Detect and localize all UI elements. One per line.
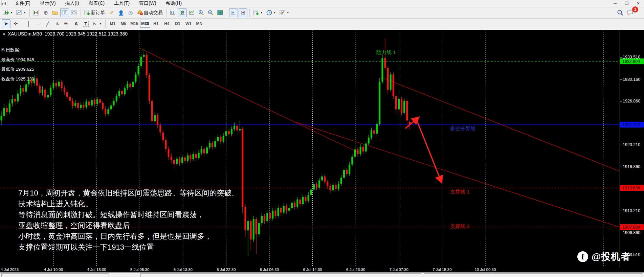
fibonacci-tool-button[interactable]: ☰F xyxy=(62,19,71,28)
price-tick-mark xyxy=(620,233,622,233)
search-button[interactable] xyxy=(616,8,625,17)
strategy-tester-button[interactable] xyxy=(70,8,79,17)
target-icon: ◎ xyxy=(128,10,133,16)
navigator-button[interactable]: ★ xyxy=(51,8,60,17)
facebook-icon: f xyxy=(577,251,588,262)
text-label-icon: T xyxy=(83,21,89,27)
menu-help[interactable]: 帮助(H) xyxy=(161,0,186,7)
timeframe-m30[interactable]: M30 xyxy=(140,20,150,28)
tile-windows-button[interactable] xyxy=(216,8,225,17)
chevron-down-icon: ▼ xyxy=(10,11,13,14)
trendline-tool-button[interactable]: ╱ xyxy=(43,19,52,28)
price-axis[interactable]: 1933.5101930.1601926.8601920.2101916.860… xyxy=(620,30,644,267)
new-order-label: 新订单 xyxy=(91,10,105,16)
drawing-toolbar: ➤ ✛ │ ─ ╱ ⫽E ☰F A T ⇱ ▼ M1 xyxy=(0,19,644,30)
timeframe-w1[interactable]: W1 xyxy=(183,20,194,28)
time-axis-label: 6 Jul 23:30 xyxy=(346,268,365,272)
text-tool-button[interactable]: A xyxy=(72,19,81,28)
auto-scroll-button[interactable] xyxy=(229,8,238,17)
time-axis-label: 4 Jul 18:00 xyxy=(87,268,106,272)
timeframe-h4[interactable]: H4 xyxy=(162,20,172,28)
collapse-triangle-icon[interactable]: ▼ xyxy=(2,32,6,36)
time-axis-label: 7 Jul 15:30 xyxy=(432,268,451,272)
timeframe-m5[interactable]: M5 xyxy=(118,20,129,28)
new-chart-button[interactable]: ▼ xyxy=(2,8,14,17)
zoom-in-icon xyxy=(198,10,204,16)
new-order-button[interactable]: 新订单 xyxy=(83,8,107,17)
text-label-tool-button[interactable]: T xyxy=(81,19,90,28)
vertical-line-tool-button[interactable]: │ xyxy=(24,19,33,28)
text-tool-icon: A xyxy=(73,21,79,27)
templates-button[interactable]: ▼ xyxy=(278,8,291,17)
menu-charts[interactable]: 图表(C) xyxy=(84,0,109,7)
timeframe-m15[interactable]: M15 xyxy=(129,20,139,28)
arrows-tool-button[interactable]: ⇱ ▼ xyxy=(91,19,103,28)
line-chart-button[interactable] xyxy=(187,8,196,17)
time-axis[interactable]: 4 Jul 20234 Jul 10:004 Jul 18:005 Jul 05… xyxy=(0,267,644,272)
crosshair-tool-button[interactable]: ✛ xyxy=(11,19,20,28)
autotrading-button[interactable]: 自动交易 xyxy=(136,8,164,17)
timeframe-mn[interactable]: MN xyxy=(194,20,204,28)
menu-insert[interactable]: 插入(I) xyxy=(61,0,84,7)
chart-title: ▼XAUUSDm,M30 1923.700 1923.945 1922.512 … xyxy=(2,31,128,37)
timeframe-h1[interactable]: H1 xyxy=(151,20,161,28)
tile-windows-icon xyxy=(217,10,223,16)
chart-shift-button[interactable] xyxy=(239,8,247,17)
notification-badge: 1 xyxy=(632,6,638,13)
minimize-button[interactable]: ─ xyxy=(609,0,621,7)
zoom-out-button[interactable] xyxy=(206,8,215,17)
auto-scroll-icon xyxy=(230,10,236,16)
menu-window[interactable]: 窗口(W) xyxy=(134,0,161,7)
toolbar-separator xyxy=(81,9,81,17)
info-line: 最低价 1909.625 xyxy=(1,68,34,71)
commentary-line: 技术结构上进入钝化。 xyxy=(18,199,239,209)
menu-file[interactable]: 文件(F) xyxy=(10,0,35,7)
templates-icon xyxy=(280,10,285,16)
profiles-button[interactable]: ▼ xyxy=(15,8,27,17)
data-window-button[interactable]: ⊕ xyxy=(41,8,50,17)
time-axis-label: 4 Jul 2023 xyxy=(1,268,19,272)
toolbar-separator xyxy=(166,9,166,17)
cursor-arrow-icon: ➤ xyxy=(3,21,9,27)
menu-tools[interactable]: 工具(T) xyxy=(109,0,134,7)
market-watch-button[interactable] xyxy=(32,8,41,17)
commentary-line: 等待消息面的刺激打破。短线操作暂时维持区间看震荡， xyxy=(18,209,239,220)
support-level-1-price-box: 1913.636 xyxy=(620,185,644,191)
restore-button[interactable]: ❐ xyxy=(621,0,632,7)
chart-canvas[interactable]: ▼XAUUSDm,M30 1923.700 1923.945 1922.512 … xyxy=(0,30,620,267)
resistance-level-price-box: 1932.904 xyxy=(620,59,644,64)
zoom-in-button[interactable] xyxy=(197,8,206,17)
equidistant-channel-icon: ⫽E xyxy=(54,21,60,27)
horizontal-line-icon: ─ xyxy=(36,21,41,27)
indicators-button[interactable]: ▼ xyxy=(252,8,264,17)
menu-view[interactable]: 显示(V) xyxy=(35,0,61,7)
candlestick-chart-button[interactable] xyxy=(178,8,187,17)
indicators-icon xyxy=(253,10,259,16)
channel-tool-button[interactable]: ⫽E xyxy=(53,19,62,28)
bar-chart-button[interactable] xyxy=(169,8,177,17)
close-button[interactable]: ✕ xyxy=(632,0,644,7)
terminal-button[interactable] xyxy=(60,8,69,17)
price-tick-label: 1906.860 xyxy=(623,230,640,235)
zoom-out-icon xyxy=(208,10,214,16)
resistance-line-label: 阻力线 1 xyxy=(376,49,396,56)
timeframe-m1[interactable]: M1 xyxy=(108,20,118,28)
candlestick-icon xyxy=(179,10,185,16)
price-tick-mark xyxy=(620,79,622,80)
new-chart-icon xyxy=(3,10,9,16)
info-line: 最高价 1934.845 xyxy=(1,58,34,62)
notifications-button[interactable]: 1 xyxy=(626,8,635,17)
price-tick-label: 1920.210 xyxy=(623,142,640,147)
timeframe-d1[interactable]: D1 xyxy=(173,20,183,28)
periods-button[interactable]: ▼ xyxy=(265,8,277,17)
folder-star-icon: ★ xyxy=(52,10,58,16)
community-button[interactable]: 👤 xyxy=(117,8,126,17)
chevron-down-icon: ▼ xyxy=(273,11,276,14)
metaeditor-button[interactable]: ✎ xyxy=(107,8,116,17)
price-tick-label: 1910.210 xyxy=(623,208,640,213)
horizontal-line-tool-button[interactable]: ─ xyxy=(34,19,43,28)
toolbar-separator xyxy=(22,20,22,28)
cursor-tool-button[interactable]: ➤ xyxy=(2,19,10,28)
person-icon: 👤 xyxy=(118,10,124,16)
market-button[interactable]: ◎ xyxy=(126,8,135,17)
